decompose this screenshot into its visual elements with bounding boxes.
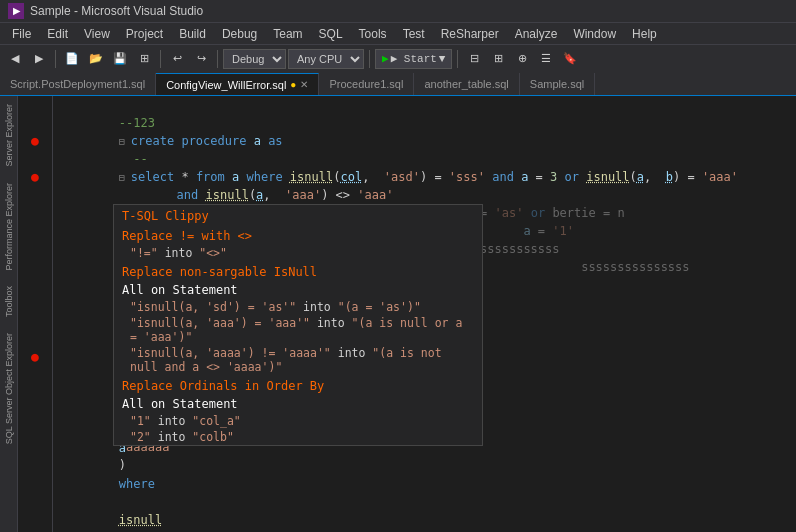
line-num-18: [18, 402, 52, 420]
code-line-1: --123: [53, 96, 796, 114]
line-num-19: [18, 420, 52, 438]
menu-test[interactable]: Test: [395, 25, 433, 43]
toolbar-separator-5: [457, 50, 458, 68]
tooltip-ordinals-label: Replace Ordinals in Order By: [114, 375, 482, 395]
code-area[interactable]: --123 ⊟ create procedure a as -- ⊟ selec…: [53, 96, 796, 532]
tooltip-isnull-sub: All on Statement: [114, 281, 482, 299]
toolbar-btn-extra5[interactable]: 🔖: [559, 48, 581, 70]
title-bar: ▶ Sample - Microsoft Visual Studio: [0, 0, 796, 22]
line-num-2: [18, 114, 52, 132]
toolbar-undo-btn[interactable]: ↩: [166, 48, 188, 70]
tooltip-neq-from: "!=": [130, 246, 165, 260]
code-line-5: and isnull(a, 'aaa') <> 'aaa': [53, 168, 796, 186]
line-num-3: ●: [18, 132, 52, 150]
toolbar-redo-btn[interactable]: ↪: [190, 48, 212, 70]
line-num-11: [18, 276, 52, 294]
menu-window[interactable]: Window: [565, 25, 624, 43]
sql-server-explorer-label[interactable]: SQL Server Object Explorer: [4, 325, 14, 452]
toolbar-new-btn[interactable]: 📄: [61, 48, 83, 70]
line-number-gutter: ● ● ●: [18, 96, 53, 532]
toolbox-label[interactable]: Toolbox: [4, 278, 14, 325]
platform-dropdown[interactable]: Any CPU: [288, 49, 364, 69]
menu-debug[interactable]: Debug: [214, 25, 265, 43]
menu-resharper[interactable]: ReSharper: [433, 25, 507, 43]
tab-script-postdeployment[interactable]: Script.PostDeployment1.sql: [0, 73, 156, 95]
line-num-15: ●: [18, 348, 52, 366]
toolbar-separator-3: [217, 50, 218, 68]
start-icon: ▶: [382, 52, 389, 65]
tooltip-item1-to: "(a = 'as')": [338, 300, 421, 314]
tooltip-item2-from: "isnull(a, 'aaa') = 'aaa'": [130, 316, 310, 330]
line-num-21: [18, 456, 52, 474]
menu-analyze[interactable]: Analyze: [507, 25, 566, 43]
debug-config-dropdown[interactable]: Debug: [223, 49, 286, 69]
toolbar: ◀ ▶ 📄 📂 💾 ⊞ ↩ ↪ Debug Any CPU ▶ ▶ Start …: [0, 44, 796, 72]
toolbar-btn-extra3[interactable]: ⊕: [511, 48, 533, 70]
tooltip-ord2-to: "colb": [192, 430, 234, 444]
tooltip-neq-into: into: [165, 246, 200, 260]
vs-logo-icon: ▶: [8, 3, 24, 19]
tooltip-neq-to: "<>": [199, 246, 227, 260]
tab-configview-willerror[interactable]: ConfigView_WillError.sql ● ✕: [156, 73, 319, 95]
toolbar-separator-2: [160, 50, 161, 68]
tab-sample[interactable]: Sample.sql: [520, 73, 595, 95]
menu-file[interactable]: File: [4, 25, 39, 43]
toolbar-btn-extra4[interactable]: ☰: [535, 48, 557, 70]
tooltip-isnull-item-1: "isnull(a, 'sd') = 'as'" into "(a = 'as'…: [114, 299, 482, 315]
tooltip-neq-item: "!=" into "<>": [114, 245, 482, 261]
tab-another-table[interactable]: another_table.sql: [414, 73, 519, 95]
performance-explorer-label[interactable]: Performance Explorer: [4, 175, 14, 279]
tooltip-item1-into: into: [296, 300, 338, 314]
toolbar-open-btn[interactable]: 📂: [85, 48, 107, 70]
line-num-13: [18, 312, 52, 330]
start-button[interactable]: ▶ ▶ Start ▼: [375, 49, 452, 69]
line-num-14: [18, 330, 52, 348]
tooltip-title: T-SQL Clippy: [114, 205, 482, 225]
tooltip-ord1-to: "col_a": [192, 414, 240, 428]
tab-label: another_table.sql: [424, 78, 508, 90]
code-line-6: select col_a, colb, * from a where isnul…: [53, 186, 796, 204]
menu-help[interactable]: Help: [624, 25, 665, 43]
tab-label: Procedure1.sql: [329, 78, 403, 90]
toolbar-btn-extra2[interactable]: ⊞: [487, 48, 509, 70]
start-label: ▶ Start: [391, 52, 437, 65]
toolbar-forward-btn[interactable]: ▶: [28, 48, 50, 70]
toolbar-back-btn[interactable]: ◀: [4, 48, 26, 70]
menu-build[interactable]: Build: [171, 25, 214, 43]
menu-view[interactable]: View: [76, 25, 118, 43]
menu-tools[interactable]: Tools: [351, 25, 395, 43]
tooltip-ord1-from: "1": [130, 414, 151, 428]
code-line-2: ⊟ create procedure a as: [53, 114, 796, 132]
line-num-16: [18, 366, 52, 384]
tooltip-item3-from: "isnull(a, 'aaaa') != 'aaaa'": [130, 346, 331, 360]
server-explorer-label[interactable]: Server Explorer: [4, 96, 14, 175]
code-line-3: --: [53, 132, 796, 150]
line-num-17: [18, 384, 52, 402]
tab-procedure1[interactable]: Procedure1.sql: [319, 73, 414, 95]
menu-team[interactable]: Team: [265, 25, 310, 43]
menu-edit[interactable]: Edit: [39, 25, 76, 43]
line-num-12: [18, 294, 52, 312]
tab-close-btn[interactable]: ✕: [300, 79, 308, 90]
tooltip-replace-neq-label: Replace != with <>: [114, 225, 482, 245]
kw-where-b: where: [119, 477, 155, 491]
tab-label: Script.PostDeployment1.sql: [10, 78, 145, 90]
line-num-23: [18, 492, 52, 510]
line-num-1: [18, 96, 52, 114]
code-editor[interactable]: ● ● ● --123: [18, 96, 796, 532]
tooltip-ordinals-item-2: "2" into "colb": [114, 429, 482, 445]
toolbar-save-btn[interactable]: 💾: [109, 48, 131, 70]
tooltip-isnull-label: Replace non-sargable IsNull: [114, 261, 482, 281]
toolbar-save-all-btn[interactable]: ⊞: [133, 48, 155, 70]
fn-isnull-b: isnull: [119, 513, 162, 527]
menu-project[interactable]: Project: [118, 25, 171, 43]
tooltip-isnull-item-2: "isnull(a, 'aaa') = 'aaa'" into "(a is n…: [114, 315, 482, 345]
line-num-7: [18, 204, 52, 222]
window-title: Sample - Microsoft Visual Studio: [30, 4, 203, 18]
line-num-5: ●: [18, 168, 52, 186]
tab-label: ConfigView_WillError.sql: [166, 79, 286, 91]
toolbar-btn-extra1[interactable]: ⊟: [463, 48, 485, 70]
tooltip-ord2-into: into: [151, 430, 193, 444]
menu-sql[interactable]: SQL: [311, 25, 351, 43]
line-num-6: [18, 186, 52, 204]
